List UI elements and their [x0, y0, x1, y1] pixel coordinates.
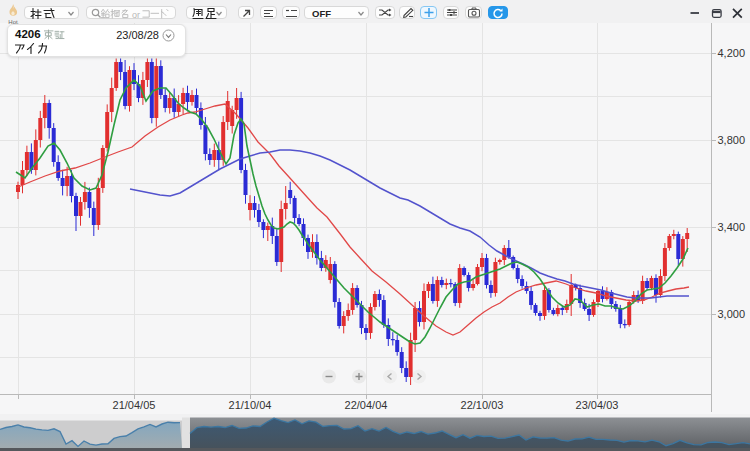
- svg-text:22/10/03: 22/10/03: [461, 399, 504, 411]
- svg-text:21/10/04: 21/10/04: [229, 399, 272, 411]
- svg-text:4,200: 4,200: [717, 47, 745, 59]
- svg-text:3,400: 3,400: [717, 221, 745, 233]
- svg-text:21/04/05: 21/04/05: [113, 399, 156, 411]
- svg-text:or: or: [132, 10, 140, 20]
- svg-text:3,800: 3,800: [717, 134, 745, 146]
- svg-text:3,000: 3,000: [717, 308, 745, 320]
- svg-text:22/04/04: 22/04/04: [345, 399, 388, 411]
- svg-text:23/04/03: 23/04/03: [576, 399, 619, 411]
